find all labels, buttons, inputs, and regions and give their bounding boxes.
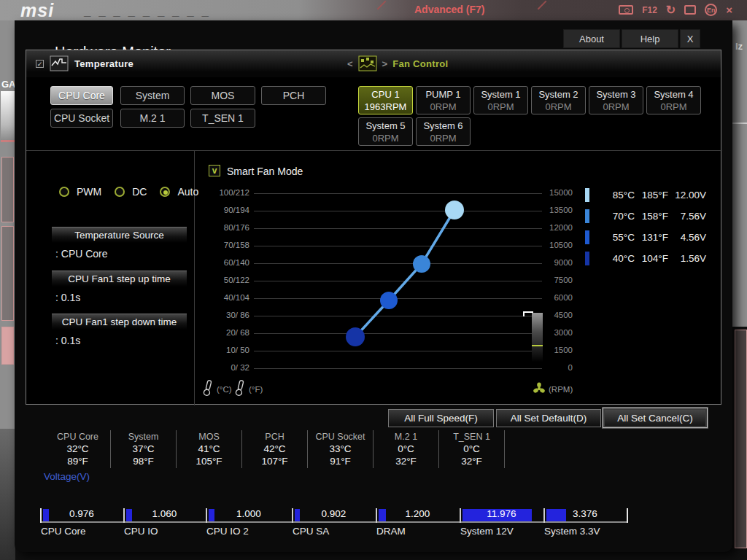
background-left-strip-lower xyxy=(0,429,15,560)
thermometer-celsius-icon xyxy=(201,378,214,398)
voltage-name-cpu-sa: CPU SA xyxy=(293,526,329,537)
legend-temp-c: 40°C xyxy=(597,253,635,264)
radio-auto-label: Auto xyxy=(177,186,198,198)
fan-curve-point-70c[interactable] xyxy=(413,255,430,273)
fan-control-section-header: < > Fan Control xyxy=(347,55,448,71)
all-full-speed-button[interactable]: All Full Speed(F) xyxy=(388,409,494,427)
voltage-gauge-cpu-sa: 0.902 xyxy=(293,508,375,522)
advanced-mode-label: Advanced (F7) xyxy=(414,4,484,15)
fan-button-system-2[interactable]: System 2 0RPM xyxy=(531,86,586,114)
gauge-marker xyxy=(523,311,525,316)
fan-button-system-1[interactable]: System 1 0RPM xyxy=(473,86,528,114)
temp-axis-tick: 40/104 xyxy=(204,293,249,302)
legend-swatch xyxy=(585,209,589,223)
fan-curve-point-55c[interactable] xyxy=(380,292,398,309)
readout-fahrenheit: 98°F xyxy=(111,455,176,467)
smart-fan-mode-label: Smart Fan Mode xyxy=(227,166,303,177)
temperature-readouts: CPU Core 32°C 89°F System 37°C 98°F MOS … xyxy=(45,430,505,468)
legend-temp-f: 131°F xyxy=(635,232,668,243)
fan-next-arrow[interactable]: > xyxy=(382,58,388,69)
radio-pwm-label: PWM xyxy=(77,186,101,198)
radio-dc[interactable] xyxy=(115,187,125,197)
fan-name: System 3 xyxy=(596,88,635,101)
temperature-source-button[interactable]: Temperature Source xyxy=(52,227,187,244)
temp-button-system[interactable]: System xyxy=(120,86,185,105)
radio-pwm[interactable] xyxy=(59,187,69,197)
bios-screen: msi _ _ _ _ _ _ _ _ _ Advanced (F7) F12 … xyxy=(0,0,747,560)
voltage-value: 0.902 xyxy=(293,508,375,519)
all-set-default-button[interactable]: All Set Default(D) xyxy=(496,409,601,427)
readout-celsius: 42°C xyxy=(242,443,307,455)
fan-button-system-6[interactable]: System 6 0RPM xyxy=(416,117,471,146)
chart-gridline xyxy=(254,193,542,194)
fan-button-system-3[interactable]: System 3 0RPM xyxy=(589,86,643,114)
game-boost-knob-fragment xyxy=(1,91,15,142)
temp-button-cpu-socket[interactable]: CPU Socket xyxy=(50,109,113,128)
fan-button-pump-1[interactable]: PUMP 1 0RPM xyxy=(416,86,471,114)
rpm-axis-tick: 7500 xyxy=(546,276,573,284)
voltage-value: 3.376 xyxy=(544,508,626,519)
voltage-gauge-system-3-3v: 3.376 xyxy=(544,508,626,522)
language-icon: En xyxy=(705,4,717,16)
readout-cpu-core: CPU Core 32°C 89°F xyxy=(45,430,111,468)
background-menu-fragment xyxy=(1,157,14,222)
voltage-section-title: Voltage(V) xyxy=(44,471,90,482)
fan-name: CPU 1 xyxy=(371,88,399,101)
fan-rpm: 0RPM xyxy=(545,101,571,113)
step-down-time-button[interactable]: CPU Fan1 step down time xyxy=(52,314,187,330)
readout-celsius: 37°C xyxy=(111,443,176,455)
readout-name: CPU Core xyxy=(45,431,110,443)
temp-button-t-sen-1[interactable]: T_SEN 1 xyxy=(190,109,255,128)
legend-voltage: 7.56V xyxy=(668,211,706,222)
about-button[interactable]: About xyxy=(563,29,620,48)
chart-gridline xyxy=(254,368,542,369)
chart-gridline xyxy=(254,281,542,281)
all-set-cancel-button[interactable]: All Set Cancel(C) xyxy=(603,408,708,428)
chart-gridline xyxy=(254,246,542,246)
chart-gridline xyxy=(254,298,542,299)
temp-button-pch[interactable]: PCH xyxy=(261,86,326,105)
temp-button-mos[interactable]: MOS xyxy=(190,86,255,105)
temperature-checkbox-icon[interactable]: ✓ xyxy=(36,60,44,68)
voltage-name-system-12v: System 12V xyxy=(460,526,514,537)
temperature-section-title: Temperature xyxy=(74,58,133,69)
readout-name: PCH xyxy=(242,431,307,443)
step-up-time-value: : 0.1s xyxy=(55,292,80,303)
msi-logo: msi xyxy=(20,0,54,21)
rpm-axis-tick: 6000 xyxy=(546,293,573,302)
fan-curve-point-85c[interactable] xyxy=(445,201,464,219)
window-close-button[interactable]: X xyxy=(680,29,700,48)
temp-button-cpu-core[interactable]: CPU Core xyxy=(50,86,113,105)
readout-name: CPU Socket xyxy=(308,431,373,443)
temp-axis-tick: 80/176 xyxy=(204,223,249,232)
fan-rpm: 0RPM xyxy=(487,101,514,113)
current-rpm-gauge[interactable] xyxy=(532,313,543,368)
help-button[interactable]: Help xyxy=(622,29,678,48)
temp-button-m2-1[interactable]: M.2 1 xyxy=(120,109,185,128)
voltage-gauge-cpu-io: 1.060 xyxy=(124,508,205,522)
fan-curve-point-40c[interactable] xyxy=(346,327,365,346)
legend-voltage: 4.56V xyxy=(668,232,706,243)
chart-gridline xyxy=(254,333,542,334)
game-boost-label-fragment: GA xyxy=(1,79,16,90)
fan-prev-arrow[interactable]: < xyxy=(347,58,353,69)
legend-temp-f: 158°F xyxy=(635,211,668,222)
fan-rpm: 0RPM xyxy=(430,132,456,144)
background-menu-fragment xyxy=(1,226,14,321)
section-divider xyxy=(26,150,722,151)
voltage-value: 0.976 xyxy=(41,508,123,519)
fan-button-system-5[interactable]: System 5 0RPM xyxy=(358,117,413,146)
fan-name: System 5 xyxy=(365,120,405,132)
legend-swatch xyxy=(585,188,589,202)
chart-gridline xyxy=(254,211,542,211)
fan-button-system-4[interactable]: System 4 0RPM xyxy=(646,86,701,114)
readout-celsius: 0°C xyxy=(374,443,438,455)
readout-celsius: 41°C xyxy=(177,443,241,455)
step-up-time-button[interactable]: CPU Fan1 step up time xyxy=(52,271,187,287)
fan-rpm-icon xyxy=(533,382,546,395)
fan-button-cpu-1[interactable]: CPU 1 1963RPM xyxy=(358,86,413,114)
legend-temp-c: 85°C xyxy=(597,190,635,201)
smart-fan-mode-checkbox[interactable]: v xyxy=(209,165,220,176)
radio-auto[interactable] xyxy=(160,187,170,197)
legend-voltage: 1.56V xyxy=(668,253,706,264)
